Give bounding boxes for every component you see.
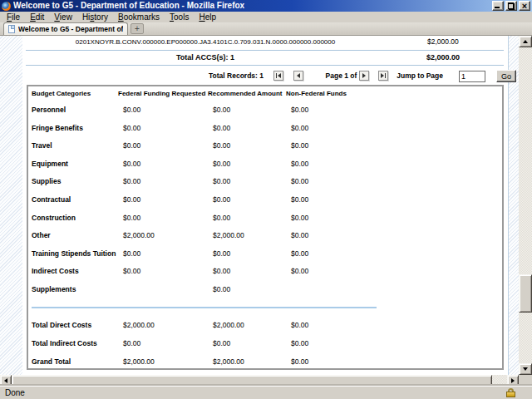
row-non-federal-funds: $0.00 [286, 191, 502, 209]
page-content: 0201XNOYR.B.CONV.000000.EP000000.JA3.410… [0, 36, 532, 375]
row-category: Personnel [32, 101, 118, 120]
table-row: Indirect Costs $0.00 $0.00 $0.00 [28, 263, 502, 281]
previous-page-icon [297, 73, 300, 78]
status-bar: Done [0, 386, 532, 399]
scroll-right-button[interactable] [507, 375, 519, 386]
row-federal-funding: $0.00 [118, 209, 208, 228]
scroll-up-button[interactable] [519, 36, 532, 47]
previous-page-button[interactable] [293, 71, 303, 81]
pagination-bar: Total Records: 1 Page 1 of 1 Jump to Pag… [27, 70, 504, 83]
row-recommended-amount: $2,000.00 [208, 227, 286, 245]
down-arrow-icon [523, 367, 528, 371]
menu-item[interactable]: File [2, 12, 25, 22]
close-button[interactable]: × [519, 1, 530, 11]
next-page-button[interactable] [359, 71, 369, 81]
totals-recommended-amount: $0.00 [208, 334, 286, 352]
up-arrow-icon [523, 40, 528, 43]
row-federal-funding: $0.00 [118, 155, 208, 174]
row-non-federal-funds: $0.00 [286, 245, 502, 264]
menu-item[interactable]: History [77, 12, 113, 22]
accs-total-label: Total ACCS(s): 1 [27, 53, 384, 62]
totals-non-federal-funds: $0.00 [286, 316, 502, 334]
new-tab-button[interactable]: + [131, 23, 144, 34]
close-icon: × [522, 2, 527, 10]
totals-row: Total Indirect Costs $0.00 $0.00 $0.00 [28, 334, 502, 352]
horizontal-scrollbar-thumb[interactable] [12, 375, 492, 386]
totals-recommended-amount: $2,000.00 [208, 316, 286, 334]
row-recommended-amount: $0.00 [208, 263, 286, 281]
budget-rows: Personnel $0.00 $0.00 $0.00 Fringe Benef… [28, 101, 502, 299]
row-recommended-amount: $0.00 [208, 137, 286, 155]
left-arrow-icon [4, 378, 7, 383]
restore-button[interactable] [505, 1, 517, 11]
header-budget-categories: Budget Categories [32, 86, 118, 101]
ssl-lock-icon[interactable] [506, 388, 515, 397]
tab-welcome-to-g5[interactable]: Welcome to G5 - Department of Edu... [3, 22, 128, 35]
go-button[interactable]: Go [496, 70, 516, 82]
row-recommended-amount: $0.00 [208, 245, 286, 264]
row-federal-funding [118, 281, 208, 299]
table-row: Training Stipends Tuition $0.00 $0.00 $0… [28, 245, 502, 264]
row-category: Supplies [32, 173, 118, 191]
row-federal-funding: $0.00 [118, 173, 208, 191]
row-recommended-amount: $0.00 [208, 101, 286, 120]
row-non-federal-funds: $0.00 [286, 101, 502, 120]
menu-item[interactable]: Edit [25, 12, 49, 22]
row-category: Supplements [32, 281, 118, 299]
menu-item[interactable]: Tools [165, 12, 194, 22]
row-federal-funding: $0.00 [118, 191, 208, 209]
vertical-scrollbar[interactable] [519, 36, 532, 375]
totals-non-federal-funds: $0.00 [286, 334, 502, 352]
vertical-scrollbar-thumb[interactable] [519, 274, 532, 313]
title-bar: Welcome to G5 - Department of Education … [0, 0, 532, 12]
tab-label: Welcome to G5 - Department of Edu... [18, 25, 123, 33]
row-non-federal-funds: $0.00 [286, 155, 502, 174]
row-category: Fringe Benefits [32, 120, 118, 138]
scroll-left-button[interactable] [0, 375, 12, 386]
row-recommended-amount: $0.00 [208, 173, 286, 191]
menu-item[interactable]: Bookmarks [113, 12, 165, 22]
jump-to-page-input[interactable] [459, 71, 485, 82]
scrollbar-corner [519, 375, 532, 386]
row-federal-funding: $0.00 [118, 101, 208, 120]
row-non-federal-funds: $0.00 [286, 137, 502, 155]
row-category: Indirect Costs [32, 263, 118, 281]
total-records-label: Total Records: 1 [189, 70, 264, 81]
totals-category: Grand Total [32, 352, 118, 370]
row-federal-funding: $0.00 [118, 137, 208, 155]
totals-row: Total Direct Costs $2,000.00 $2,000.00 $… [28, 316, 502, 334]
status-text: Done [5, 388, 506, 397]
horizontal-scrollbar[interactable] [0, 375, 519, 386]
row-non-federal-funds: $0.00 [286, 263, 502, 281]
minimize-icon [495, 7, 500, 8]
menu-bar: File Edit View History Bookmarks Tools H… [0, 12, 532, 22]
table-header-row: Budget Categories Federal Funding Reques… [28, 86, 502, 101]
minimize-button[interactable] [492, 1, 504, 11]
table-row: Supplies $0.00 $0.00 $0.00 [28, 173, 502, 191]
row-non-federal-funds [286, 281, 502, 299]
next-page-icon [362, 73, 366, 78]
totals-row: Grand Total $2,000.00 $2,000.00 $0.00 [28, 352, 502, 370]
window-controls: × [492, 1, 530, 11]
row-category: Other [32, 227, 118, 245]
totals-federal-funding: $2,000.00 [118, 352, 208, 370]
accs-total-amount: $2,000.00 [426, 53, 460, 62]
table-row: Equipment $0.00 $0.00 $0.00 [28, 155, 502, 174]
divider-line [26, 50, 504, 51]
row-category: Travel [32, 137, 118, 155]
page-margin-right [508, 36, 519, 375]
row-category: Training Stipends Tuition [32, 245, 118, 264]
header-federal-funding: Federal Funding Requested [118, 86, 208, 101]
row-non-federal-funds: $0.00 [286, 173, 502, 191]
menu-item[interactable]: Help [194, 12, 221, 22]
first-page-button[interactable] [273, 71, 283, 81]
row-federal-funding: $0.00 [118, 120, 208, 138]
row-federal-funding: $0.00 [118, 245, 208, 264]
row-category: Contractual [32, 191, 118, 209]
scroll-down-button[interactable] [519, 363, 532, 375]
row-non-federal-funds: $0.00 [286, 209, 502, 228]
row-category: Equipment [32, 155, 118, 174]
table-row: Personnel $0.00 $0.00 $0.00 [28, 101, 502, 120]
row-federal-funding: $2,000.00 [118, 227, 208, 245]
menu-item[interactable]: View [49, 12, 77, 22]
